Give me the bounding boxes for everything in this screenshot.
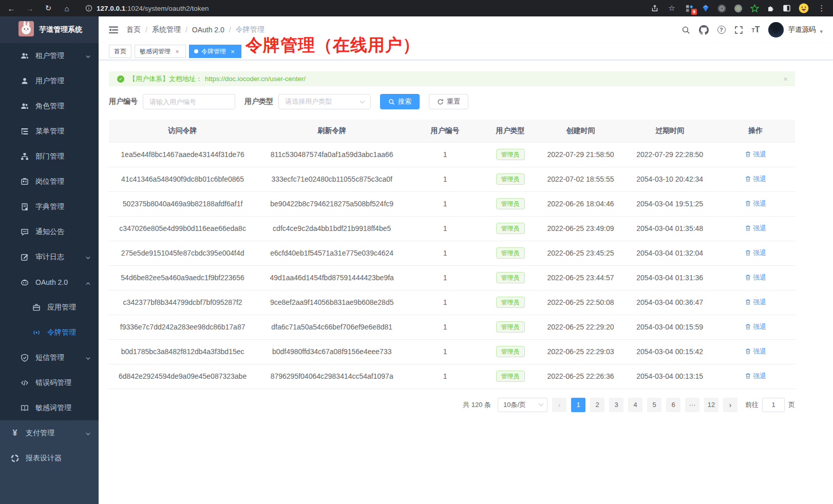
github-icon[interactable] xyxy=(699,25,709,35)
sidebar-item-token[interactable]: 令牌管理 xyxy=(0,320,99,345)
recorder-extension-icon[interactable] xyxy=(734,4,743,13)
force-logout-button[interactable]: 强退 xyxy=(745,199,766,208)
sidebar-item-notice[interactable]: 通知公告 xyxy=(0,219,99,244)
force-logout-button[interactable]: 强退 xyxy=(745,175,766,184)
sidebar-menu: 租户管理用户管理角色管理菜单管理部门管理岗位管理字典管理通知公告审计日志OAut… xyxy=(0,43,99,504)
page-button-1[interactable]: 1 xyxy=(571,398,585,412)
sidebar-item-openbook[interactable]: 敏感词管理 xyxy=(0,395,99,420)
round-extension-icon[interactable] xyxy=(717,4,726,13)
sidebar-item-label: 通知公告 xyxy=(35,227,64,237)
address-bar[interactable]: 127.0.0.1:1024/system/oauth2/token xyxy=(80,3,214,14)
refresh-token-cell: cdfc4ce9c2da4bb1bdf21b9918ff4be5 xyxy=(256,216,407,241)
tab-active[interactable]: 令牌管理× xyxy=(189,45,241,58)
gem-extension-icon[interactable] xyxy=(702,4,710,12)
action-cell: 强退 xyxy=(716,191,795,216)
refresh-token-cell: dfa6c71a50a54c66bef706ef9e6e8d81 xyxy=(256,315,407,339)
star-extension-icon[interactable] xyxy=(750,4,759,13)
goto-page-input[interactable] xyxy=(762,398,785,412)
force-logout-button[interactable]: 强退 xyxy=(745,372,766,381)
sidebar-item-code[interactable]: 错误码管理 xyxy=(0,370,99,395)
table-row: b0d1785bc3a8482f812db4a3f3bd15ecb0df4980… xyxy=(109,339,795,364)
side-panel-icon[interactable] xyxy=(783,4,791,12)
page-button-6[interactable]: 6 xyxy=(666,398,680,412)
prev-page-button[interactable]: ‹ xyxy=(552,398,566,412)
user-type-badge: 管理员 xyxy=(496,297,525,308)
user-id-input[interactable] xyxy=(143,94,235,109)
app-logo-bar[interactable]: 芋道管理系统 xyxy=(0,16,99,43)
user-type-select[interactable]: 请选择用户类型 xyxy=(278,94,371,109)
sidebar-item-label: 岗位管理 xyxy=(35,177,64,186)
column-header: 用户类型 xyxy=(483,120,538,142)
sidebar-item-shield[interactable]: 短信管理 xyxy=(0,345,99,370)
header-search-icon[interactable] xyxy=(681,26,690,34)
force-logout-button[interactable]: 强退 xyxy=(745,322,766,332)
page-button-12[interactable]: 12 xyxy=(704,398,718,412)
sidebar-item-label: 字典管理 xyxy=(35,202,64,211)
force-logout-button[interactable]: 强退 xyxy=(745,273,766,282)
tab-label: 首页 xyxy=(114,47,126,56)
sidebar-item-audit[interactable]: 审计日志 xyxy=(0,244,99,269)
tab-close-icon[interactable]: × xyxy=(174,48,181,55)
sidebar-item-org[interactable]: 部门管理 xyxy=(0,144,99,169)
sidebar-item-yen[interactable]: ¥支付管理 xyxy=(0,420,99,445)
bookmark-star-icon[interactable]: ☆ xyxy=(667,4,677,13)
sidebar-item-robot[interactable]: OAuth 2.0 xyxy=(0,269,99,295)
fullscreen-icon[interactable] xyxy=(734,26,743,34)
profile-avatar-emoji[interactable] xyxy=(799,3,809,13)
next-page-button[interactable]: › xyxy=(723,398,737,412)
created-time-cell: 2022-06-25 22:29:20 xyxy=(538,315,623,339)
force-logout-button[interactable]: 强退 xyxy=(745,150,766,159)
sidebar-item-users[interactable]: 租户管理 xyxy=(0,43,99,68)
browser-forward-icon[interactable]: → xyxy=(25,4,35,13)
expire-time-cell: 2054-03-04 19:51:25 xyxy=(623,191,716,216)
font-size-icon[interactable]: TT xyxy=(752,25,760,34)
doc-link[interactable]: https://doc.iocoder.cn/user-center/ xyxy=(205,75,306,83)
user-type-cell: 管理员 xyxy=(483,290,538,315)
alert-close-icon[interactable]: × xyxy=(783,74,788,83)
sidebar-item-app[interactable]: 应用管理 xyxy=(0,295,99,320)
browser-toolbar: ← → ↻ ⌂ 127.0.0.1:1024/system/oauth2/tok… xyxy=(0,0,833,16)
browser-reload-icon[interactable]: ↻ xyxy=(43,4,53,13)
tab-1[interactable]: 敏感词管理× xyxy=(135,45,186,58)
table-row: 54d6be82ee5a460a9aedc1f9bf22365649d1aa46… xyxy=(109,265,795,290)
sidebar-collapse-icon[interactable] xyxy=(109,26,118,34)
user-menu[interactable]: 芋道源码 ▾ xyxy=(768,22,823,37)
breadcrumb-item[interactable]: OAuth 2.0 xyxy=(192,26,224,34)
help-icon[interactable]: ? xyxy=(717,26,726,34)
created-time-cell: 2022-06-25 22:50:08 xyxy=(538,290,623,315)
page-info-icon[interactable] xyxy=(85,5,92,12)
sidebar-item-report[interactable]: 报表设计器 xyxy=(0,445,99,471)
action-cell: 强退 xyxy=(716,364,795,389)
extensions-puzzle-icon[interactable] xyxy=(767,4,775,12)
share-icon[interactable] xyxy=(651,4,659,12)
page-size-select[interactable]: 10条/页 xyxy=(498,398,547,412)
browser-back-icon[interactable]: ← xyxy=(6,4,16,13)
page-button-4[interactable]: 4 xyxy=(628,398,642,412)
more-pages-button[interactable]: ··· xyxy=(685,398,699,412)
sidebar-item-post[interactable]: 岗位管理 xyxy=(0,169,99,194)
reset-button[interactable]: 重置 xyxy=(429,94,468,109)
page-button-2[interactable]: 2 xyxy=(590,398,604,412)
page-button-5[interactable]: 5 xyxy=(647,398,661,412)
openbook-icon xyxy=(21,404,29,412)
colorful-extension-icon[interactable]: 9 xyxy=(685,4,694,13)
robot-icon xyxy=(21,278,29,286)
force-logout-button[interactable]: 强退 xyxy=(745,224,766,233)
tab-0[interactable]: 首页 xyxy=(109,45,131,58)
tab-close-icon[interactable]: × xyxy=(229,48,236,55)
table-row: 502375b8040a469a9b82188afdf6af1fbe90422b… xyxy=(109,191,795,216)
force-logout-button[interactable]: 强退 xyxy=(745,347,766,356)
sidebar-item-roles[interactable]: 角色管理 xyxy=(0,93,99,119)
breadcrumb-item[interactable]: 首页 xyxy=(126,25,141,34)
sidebar-item-dict[interactable]: 字典管理 xyxy=(0,194,99,219)
breadcrumb-item[interactable]: 系统管理 xyxy=(152,25,181,34)
browser-home-icon[interactable]: ⌂ xyxy=(62,4,72,13)
sidebar-item-label: 短信管理 xyxy=(35,353,64,362)
page-button-3[interactable]: 3 xyxy=(609,398,623,412)
sidebar-item-tree[interactable]: 菜单管理 xyxy=(0,119,99,144)
search-button[interactable]: 搜索 xyxy=(380,94,420,109)
sidebar-item-user[interactable]: 用户管理 xyxy=(0,68,99,93)
force-logout-button[interactable]: 强退 xyxy=(745,298,766,307)
browser-menu-icon[interactable]: ⋮ xyxy=(817,4,827,13)
force-logout-button[interactable]: 强退 xyxy=(745,248,766,258)
